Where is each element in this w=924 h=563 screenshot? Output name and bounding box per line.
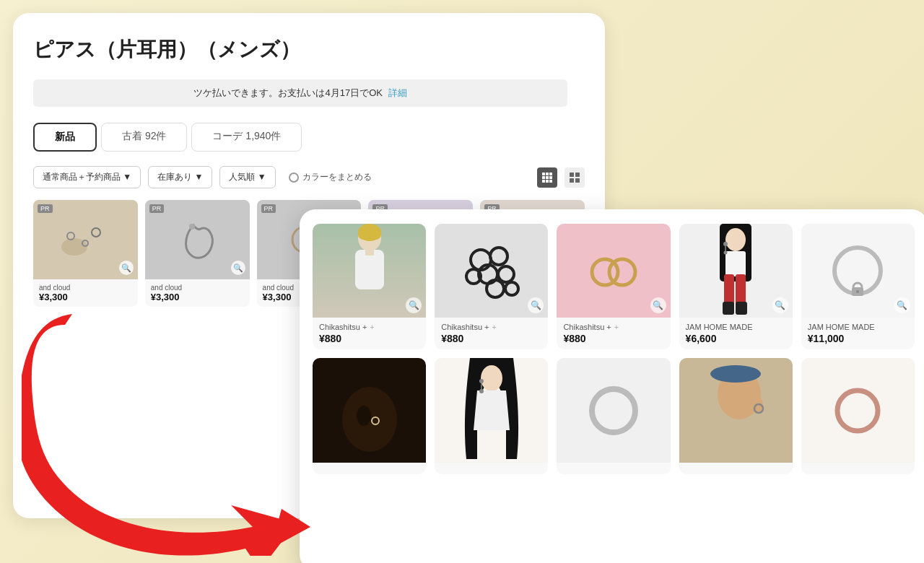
back-product-1-price: ¥3,300 [39, 292, 132, 302]
svg-point-44 [834, 248, 881, 294]
front-product-2-info: Chikashitsu + + ¥880 [435, 318, 548, 349]
svg-rect-39 [723, 302, 734, 315]
front-product-8[interactable] [557, 358, 670, 474]
front-product-7-info [435, 463, 548, 474]
back-product-1-img: PR 🔍 [33, 200, 138, 279]
tabs-row: 新品 古着 92件 コーデ 1,940件 [33, 123, 585, 152]
front-product-9-img [679, 358, 793, 463]
svg-rect-23 [355, 250, 384, 289]
pr-badge-1: PR [38, 204, 53, 213]
svg-point-17 [189, 224, 195, 230]
filter-sort[interactable]: 人気順 ▼ [219, 166, 275, 188]
pr-badge-2: PR [149, 204, 165, 213]
brand-plus-icon-3: + [614, 323, 619, 331]
svg-rect-24 [365, 248, 374, 256]
view-grid2-button[interactable] [565, 167, 585, 188]
svg-point-35 [725, 228, 746, 251]
back-product-1[interactable]: PR 🔍 and cloud ¥3,300 [33, 200, 138, 307]
zoom-icon-front-4[interactable]: 🔍 [772, 297, 788, 313]
svg-rect-1 [546, 173, 549, 175]
filter-product-type[interactable]: 通常商品＋予約商品 ▼ [33, 166, 141, 188]
zoom-icon-front-1[interactable]: 🔍 [406, 297, 422, 313]
detail-link[interactable]: 詳細 [388, 87, 407, 98]
tab-used[interactable]: 古着 92件 [101, 123, 187, 152]
notice-bar: ツケ払いできます。お支払いは4月17日でOK 詳細 [33, 79, 567, 107]
front-product-1-img: 🔍 [313, 224, 426, 318]
front-product-5-img: 🔍 [801, 224, 915, 318]
front-product-4-price: ¥6,600 [686, 333, 786, 344]
front-product-1[interactable]: 🔍 Chikashitsu + + ¥880 [313, 224, 426, 349]
front-product-3[interactable]: 🔍 Chikashitsu + + ¥880 [557, 224, 670, 349]
front-card: 🔍 Chikashitsu + + ¥880 [300, 209, 924, 563]
svg-point-51 [479, 379, 484, 383]
front-product-6[interactable] [313, 358, 426, 474]
svg-point-48 [357, 406, 371, 426]
view-icons [537, 167, 585, 188]
front-product-3-price: ¥880 [563, 333, 663, 344]
svg-rect-11 [570, 178, 574, 183]
tab-coord[interactable]: コーデ 1,940件 [191, 123, 302, 152]
front-product-6-info [313, 463, 426, 474]
front-product-10-info [801, 463, 915, 474]
front-product-grid-row1: 🔍 Chikashitsu + + ¥880 [313, 224, 915, 349]
svg-rect-7 [546, 180, 549, 183]
front-product-2-img: 🔍 [435, 224, 548, 318]
front-product-8-img [557, 358, 670, 463]
back-product-2-brand: and cloud [151, 284, 244, 292]
zoom-icon-front-2[interactable]: 🔍 [528, 297, 544, 313]
svg-rect-12 [575, 178, 580, 183]
front-product-5[interactable]: 🔍 JAM HOME MADE ¥11,000 [801, 224, 915, 349]
svg-point-54 [592, 389, 635, 432]
zoom-icon-1[interactable]: 🔍 [119, 261, 134, 275]
front-product-10[interactable] [801, 358, 915, 474]
front-product-2-brand: Chikashitsu + + [441, 323, 541, 331]
svg-point-43 [724, 251, 728, 255]
front-product-9[interactable] [679, 358, 793, 474]
front-product-3-brand: Chikashitsu + + [563, 323, 663, 331]
front-product-2[interactable]: 🔍 Chikashitsu + + ¥880 [435, 224, 548, 349]
front-product-1-brand: Chikashitsu + + [319, 323, 419, 331]
svg-rect-6 [542, 180, 545, 183]
svg-point-26 [490, 248, 507, 265]
svg-rect-36 [725, 251, 746, 276]
svg-point-53 [479, 389, 484, 393]
svg-rect-40 [736, 302, 747, 315]
pr-badge-3: PR [261, 204, 276, 213]
front-product-5-price: ¥11,000 [808, 333, 908, 344]
filter-stock[interactable]: 在庫あり ▼ [148, 166, 212, 188]
svg-rect-5 [549, 176, 552, 179]
svg-point-60 [837, 390, 878, 431]
front-product-4-img: 🔍 [679, 224, 793, 318]
filter-row: 通常商品＋予約商品 ▼ 在庫あり ▼ 人気順 ▼ カラーをまとめる [33, 166, 585, 188]
front-product-3-img: 🔍 [557, 224, 670, 318]
front-product-7[interactable] [435, 358, 548, 474]
brand-plus-icon-1: + [370, 323, 374, 331]
svg-rect-0 [542, 173, 545, 175]
front-product-8-info [557, 463, 670, 474]
color-filter[interactable]: カラーをまとめる [289, 171, 372, 183]
front-product-4[interactable]: 🔍 JAM HOME MADE ¥6,600 [679, 224, 793, 349]
back-product-2-price: ¥3,300 [151, 292, 244, 302]
view-grid3-button[interactable] [537, 167, 557, 188]
front-product-5-brand: JAM HOME MADE [808, 323, 908, 331]
back-product-1-brand: and cloud [39, 284, 132, 292]
front-product-6-img [313, 358, 426, 463]
front-product-1-info: Chikashitsu + + ¥880 [313, 318, 426, 349]
front-product-4-info: JAM HOME MADE ¥6,600 [679, 318, 793, 349]
zoom-icon-front-3[interactable]: 🔍 [650, 297, 666, 313]
svg-point-31 [505, 282, 518, 295]
tab-new[interactable]: 新品 [33, 123, 97, 152]
svg-point-46 [856, 290, 859, 293]
brand-plus-icon-2: + [492, 323, 497, 331]
page-title: ピアス（片耳用）（メンズ） [33, 36, 585, 64]
back-product-2-img: PR 🔍 [145, 200, 250, 279]
svg-rect-57 [714, 368, 757, 378]
front-product-grid-row2 [313, 358, 915, 474]
back-product-2[interactable]: PR 🔍 and cloud ¥3,300 [145, 200, 250, 307]
svg-point-41 [723, 242, 728, 246]
svg-rect-4 [546, 176, 549, 179]
svg-point-16 [92, 228, 100, 237]
front-product-3-info: Chikashitsu + + ¥880 [557, 318, 670, 349]
zoom-icon-2[interactable]: 🔍 [231, 261, 245, 275]
zoom-icon-front-5[interactable]: 🔍 [894, 297, 910, 313]
